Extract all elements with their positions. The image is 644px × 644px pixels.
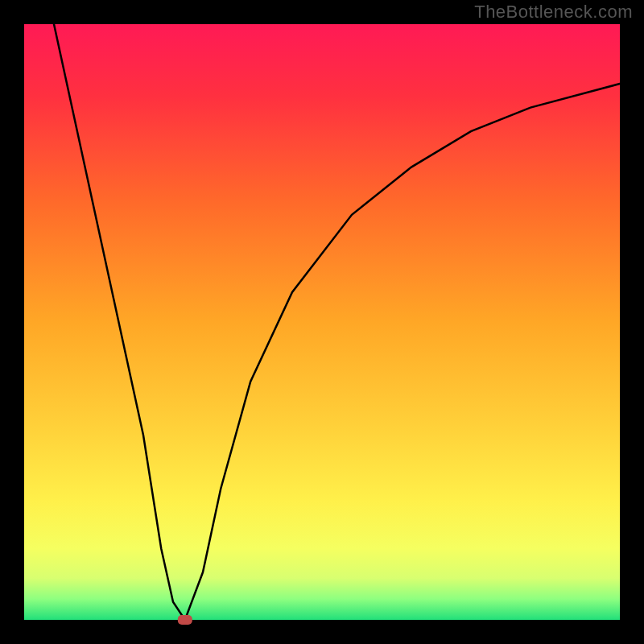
gradient-background — [24, 24, 620, 620]
chart-frame: TheBottleneck.com — [0, 0, 644, 644]
watermark-text: TheBottleneck.com — [474, 2, 633, 23]
minimum-marker — [178, 615, 192, 625]
bottleneck-chart — [0, 0, 644, 644]
